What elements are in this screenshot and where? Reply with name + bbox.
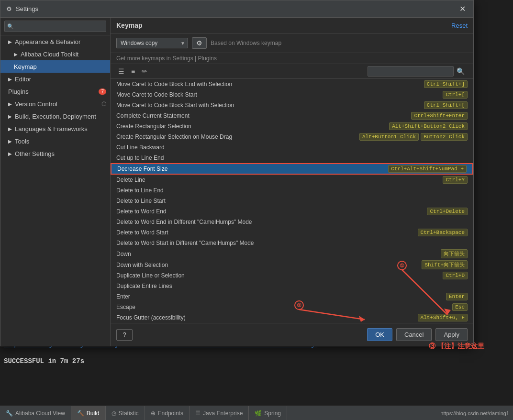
ok-button[interactable]: OK xyxy=(367,328,392,341)
close-button[interactable]: ✕ xyxy=(457,4,468,14)
reset-button[interactable]: Reset xyxy=(451,22,468,29)
sidebar-item-label: Build, Execution, Deployment xyxy=(15,113,96,120)
toolbar-tab-endpoints[interactable]: ⊕ Endpoints xyxy=(145,406,190,420)
keymap-row[interactable]: Cut Line Backward xyxy=(111,142,473,153)
sidebar-item-languages-frameworks[interactable]: ▶ Languages & Frameworks xyxy=(0,122,110,135)
keymap-row[interactable]: Down向下箭头 xyxy=(111,248,473,259)
sidebar-item-editor[interactable]: ▶ Editor xyxy=(0,73,110,85)
sidebar-item-appearance-behavior[interactable]: ▶ Appearance & Behavior xyxy=(0,35,110,48)
sidebar-item-label: Tools xyxy=(15,138,29,145)
keymap-row[interactable]: Down with SelectionShift+向下箭头 xyxy=(111,259,473,270)
keymap-row[interactable]: Duplicate Line or SelectionCtrl+D xyxy=(111,270,473,281)
expand-arrow-icon: ▶ xyxy=(14,52,18,57)
keymap-shortcuts: Alt+Button1 ClickButton2 Click xyxy=(359,133,468,141)
keymap-row[interactable]: Move Caret to Code Block Start with Sele… xyxy=(111,100,473,111)
keymap-search-input[interactable] xyxy=(368,66,454,77)
apply-button[interactable]: Apply xyxy=(435,328,468,341)
keymap-action-name: Delete to Word End xyxy=(116,208,427,215)
keymap-row[interactable]: Duplicate Entire Lines xyxy=(111,281,473,291)
expand-all-button[interactable]: ≡ xyxy=(129,66,137,76)
keymap-row[interactable]: Decrease Font SizeCtrl+Alt+Shift+NumPad … xyxy=(111,163,473,175)
expand-arrow-icon: ▶ xyxy=(8,39,12,44)
sidebar-search-area: 🔍 xyxy=(0,18,110,35)
tab-label: Build xyxy=(87,410,100,417)
keymap-row[interactable]: Complete Current StatementCtrl+Shift+Ent… xyxy=(111,111,473,121)
sidebar-item-version-control[interactable]: ▶ Version Control ⬡ xyxy=(0,98,110,110)
keymap-shortcuts: Ctrl+[ xyxy=(443,91,468,99)
keymap-row[interactable]: Delete to Line End xyxy=(111,185,473,196)
find-action-button[interactable]: 🔍 xyxy=(454,66,468,76)
sidebar-search-input[interactable] xyxy=(4,21,106,32)
keymap-action-name: Focus Gutter (accessibility) xyxy=(116,314,418,321)
keymap-action-name: Delete Line xyxy=(116,177,443,183)
dialog-titlebar: ⚙ Settings ✕ xyxy=(0,0,473,18)
keymap-action-name: Complete Current Statement xyxy=(116,112,411,119)
toolbar-tab-spring[interactable]: 🌿 Spring xyxy=(249,406,287,420)
cancel-button[interactable]: Cancel xyxy=(396,328,432,341)
shortcut-badge: Enter xyxy=(446,293,468,300)
expand-arrow-icon: ▶ xyxy=(8,151,12,156)
keymap-row[interactable]: Delete to Line Start xyxy=(111,196,473,206)
keymap-shortcuts: Ctrl+Delete xyxy=(427,208,468,215)
sidebar-item-alibaba-cloud-toolkit[interactable]: ▶ Alibaba Cloud Toolkit xyxy=(0,48,110,60)
keymap-shortcuts: Ctrl+Alt+Shift+NumPad + xyxy=(388,165,467,173)
keymap-gear-button[interactable]: ⚙ xyxy=(192,37,207,49)
keymap-content: Keymap Reset Windows copy ▼ ⚙ Based on W… xyxy=(111,18,473,346)
collapse-all-button[interactable]: ☰ xyxy=(116,66,126,76)
expand-arrow-icon: ▶ xyxy=(8,77,12,82)
toolbar-tab-alibaba-cloud-view[interactable]: 🔧 Alibaba Cloud View xyxy=(0,406,71,420)
expand-arrow-icon: ▶ xyxy=(8,101,12,107)
keymap-row[interactable]: Move Caret to Code Block End with Select… xyxy=(111,79,473,89)
keymap-shortcuts: Alt+Shift+Button2 Click xyxy=(389,122,468,130)
keymap-shortcuts: Ctrl+Shift+] xyxy=(424,80,468,88)
keymap-action-name: Delete to Line End xyxy=(116,187,468,194)
sidebar-item-plugins[interactable]: Plugins 7 xyxy=(0,85,110,98)
keymap-row[interactable]: Delete to Word End in Different "CamelHu… xyxy=(111,217,473,227)
keymap-row[interactable]: Create Rectangular Selection on Mouse Dr… xyxy=(111,132,473,142)
keymap-row[interactable]: Create Rectangular SelectionAlt+Shift+Bu… xyxy=(111,121,473,132)
shortcut-badge: Ctrl+Alt+Shift+NumPad + xyxy=(388,165,467,173)
tab-label: Statistic xyxy=(119,410,139,417)
keymap-shortcuts: Enter xyxy=(446,293,468,300)
keymap-row[interactable]: Delete to Word StartCtrl+Backspace xyxy=(111,227,473,238)
sidebar-item-other-settings[interactable]: ▶ Other Settings xyxy=(0,147,110,160)
keymap-row[interactable]: EscapeEsc xyxy=(111,302,473,312)
sidebar-item-label: Editor xyxy=(15,76,31,83)
shortcut-badge: Shift+向下箭头 xyxy=(422,260,468,269)
edit-shortcut-button[interactable]: ✏ xyxy=(140,66,149,76)
keymap-row[interactable]: Delete to Word EndCtrl+Delete xyxy=(111,206,473,217)
shortcut-badge: Alt+Shift+Button2 Click xyxy=(389,122,468,130)
toolbar-tab-statistic[interactable]: ◷ Statistic xyxy=(106,406,145,420)
keymap-row[interactable]: Move Caret to Code Block StartCtrl+[ xyxy=(111,89,473,100)
keymap-action-name: Enter xyxy=(116,293,446,300)
keymap-toolbar: ☰ ≡ ✏ 🔍 xyxy=(111,64,473,79)
keymap-shortcuts: Ctrl+Shift+[ xyxy=(424,101,468,109)
plugins-badge: 7 xyxy=(99,88,106,95)
keymap-preset-select-wrap: Windows copy ▼ xyxy=(116,38,188,48)
keymap-shortcuts: Shift+向下箭头 xyxy=(422,260,468,269)
shortcut-badge: Alt+Button1 Click xyxy=(359,133,419,141)
toolbar-tab-java-enterprise[interactable]: ☰ Java Enterprise xyxy=(190,406,249,420)
search-icon: 🔍 xyxy=(7,23,14,30)
keymap-row[interactable]: Focus Gutter (accessibility)Alt+Shift+6,… xyxy=(111,312,473,323)
spring-icon: 🌿 xyxy=(255,410,262,417)
toolbar-tab-build[interactable]: 🔨 Build xyxy=(71,406,106,420)
shortcut-badge: Esc xyxy=(452,303,468,311)
sidebar-item-keymap[interactable]: Keymap xyxy=(0,60,110,73)
sidebar-item-tools[interactable]: ▶ Tools xyxy=(0,135,110,147)
get-more-keymaps-link[interactable]: Get more keymaps in Settings | Plugins xyxy=(111,53,473,64)
keymap-shortcuts: Alt+Shift+6, F xyxy=(418,314,468,321)
terminal-success-text: SUCCESSFUL in 7m 27s xyxy=(4,357,84,365)
keymap-row[interactable]: EnterEnter xyxy=(111,291,473,302)
keymap-row[interactable]: Delete LineCtrl+Y xyxy=(111,175,473,185)
keymap-list: Move Caret to Code Block End with Select… xyxy=(111,79,473,323)
annotation-note-3: ③ 【注】注意这里 xyxy=(429,342,484,351)
sidebar-item-build-execution-deployment[interactable]: ▶ Build, Execution, Deployment xyxy=(0,110,110,122)
keymap-preset-select[interactable]: Windows copy xyxy=(116,38,188,48)
keymap-row[interactable]: Cut up to Line End xyxy=(111,153,473,163)
keymap-action-name: Create Rectangular Selection xyxy=(116,123,389,130)
help-button[interactable]: ? xyxy=(116,329,133,341)
keymap-row[interactable]: Delete to Word Start in Different "Camel… xyxy=(111,238,473,248)
keymap-action-name: Create Rectangular Selection on Mouse Dr… xyxy=(116,133,359,140)
shortcut-badge: Ctrl+Shift+] xyxy=(424,80,468,88)
